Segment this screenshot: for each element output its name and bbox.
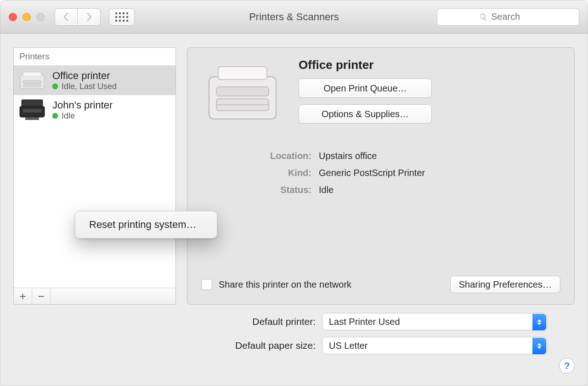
search-icon [479,13,487,21]
open-print-queue-button[interactable]: Open Print Queue… [299,79,432,98]
svg-rect-6 [23,109,42,113]
popup-stepper-icon [532,314,546,330]
share-row: Share this printer on the network Sharin… [201,276,560,293]
default-printer-value: Last Printer Used [329,317,400,327]
printer-item-status: Idle [52,111,113,121]
search-field[interactable] [437,8,579,26]
forward-button[interactable] [78,8,101,26]
printer-icon [17,99,47,121]
svg-rect-10 [216,87,269,96]
preferences-window: Printers & Scanners Printers Office prin… [0,0,588,386]
detail-header: Office printer Open Print Queue… Options… [201,58,560,127]
show-all-button[interactable] [109,8,135,26]
content-area: Printers Office printer Idle, Last Used [0,34,588,386]
status-label: Status: [201,185,311,195]
add-printer-button[interactable]: + [14,288,32,304]
window-controls [9,13,45,21]
options-supplies-button[interactable]: Options & Supplies… [299,104,432,124]
remove-printer-button[interactable]: − [32,288,51,304]
location-label: Location: [201,151,311,161]
location-value: Upstairs office [319,151,560,161]
printer-list-item[interactable]: Office printer Idle, Last Used [14,66,175,95]
detail-panel: Office printer Open Print Queue… Options… [187,47,575,305]
chevron-right-icon [85,12,93,22]
svg-rect-9 [218,67,267,79]
grid-icon [115,12,128,22]
svg-rect-8 [209,77,276,119]
printer-list: Printers Office printer Idle, Last Used [13,47,176,305]
printer-item-status-text: Idle [62,111,75,121]
printer-item-status: Idle, Last Used [52,82,117,91]
default-printer-popup[interactable]: Last Printer Used [322,313,547,330]
status-dot-icon [52,113,58,119]
detail-printer-name: Office printer [299,58,560,72]
kind-label: Kind: [201,168,311,178]
detail-info: Location: Upstairs office Kind: Generic … [201,151,560,195]
printer-list-item[interactable]: John's printer Idle [14,95,175,125]
svg-rect-7 [25,117,39,120]
minimize-window-button[interactable] [23,13,31,21]
context-menu: Reset printing system… [75,211,217,238]
share-checkbox[interactable] [201,279,212,290]
printer-item-text: John's printer Idle [52,99,113,121]
kind-value: Generic PostScript Printer [319,168,560,178]
detail-column: Office printer Open Print Queue… Options… [187,47,575,379]
list-header: Printers [14,48,175,66]
printer-item-text: Office printer Idle, Last Used [52,70,117,91]
default-paper-row: Default paper size: US Letter [187,337,547,354]
svg-rect-2 [23,80,41,83]
popup-stepper-icon [532,338,546,354]
svg-rect-1 [23,72,41,77]
default-paper-label: Default paper size: [187,340,316,351]
svg-rect-4 [22,100,43,106]
help-button[interactable]: ? [559,358,575,374]
list-footer: + − [14,288,175,304]
detail-actions: Office printer Open Print Queue… Options… [299,58,560,124]
nav-segment [55,8,101,26]
default-paper-popup[interactable]: US Letter [322,337,547,354]
search-input[interactable] [491,11,537,22]
default-paper-value: US Letter [329,341,368,351]
sharing-preferences-button[interactable]: Sharing Preferences… [450,276,560,293]
back-button[interactable] [55,8,78,26]
titlebar: Printers & Scanners [0,0,588,34]
footer-spacer [51,288,175,304]
default-printer-row: Default printer: Last Printer Used [187,313,547,330]
printer-list-items: Office printer Idle, Last Used Jo [14,66,175,288]
defaults-area: Default printer: Last Printer Used Defau… [187,313,547,354]
printer-icon [17,69,47,91]
zoom-window-button [36,13,45,21]
status-value: Idle [319,185,560,195]
share-label: Share this printer on the network [219,279,444,290]
svg-rect-3 [23,84,41,87]
status-dot-icon [52,84,58,89]
printer-large-icon [201,58,284,127]
reset-printing-system-menu-item[interactable]: Reset printing system… [77,214,215,235]
printer-item-name: Office printer [52,70,117,82]
printer-item-status-text: Idle, Last Used [62,82,117,91]
default-printer-label: Default printer: [187,316,316,327]
close-window-button[interactable] [9,13,17,21]
chevron-left-icon [62,12,70,22]
printer-item-name: John's printer [52,99,113,111]
